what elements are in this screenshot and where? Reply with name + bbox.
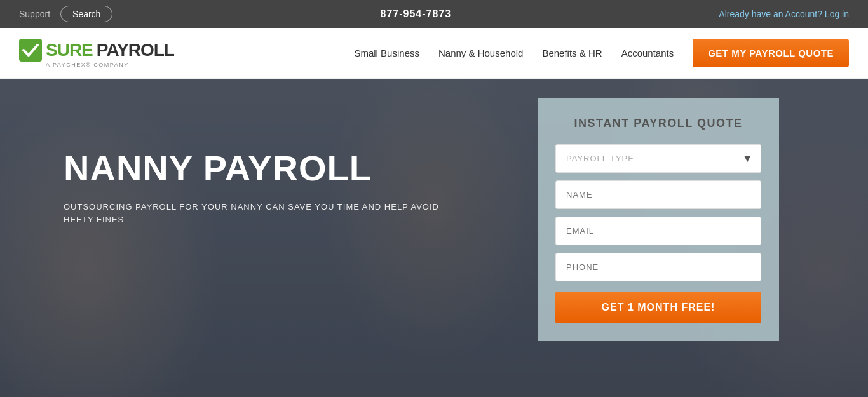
nav-nanny-household[interactable]: Nanny & Household xyxy=(438,48,523,58)
payroll-type-wrapper: PAYROLL TYPE NANNY SMALL BUSINESS HOUSEH… xyxy=(555,144,761,173)
topbar-left: Support Search xyxy=(19,6,112,22)
phone-number: 877-954-7873 xyxy=(381,8,452,20)
logo[interactable]: SUREPAYROLL A PAYCHEX® COMPANY xyxy=(19,39,174,68)
phone-input[interactable] xyxy=(555,253,761,281)
logo-sure: SURE xyxy=(46,40,93,60)
quote-form: PAYROLL TYPE NANNY SMALL BUSINESS HOUSEH… xyxy=(555,144,761,323)
logo-main: SUREPAYROLL xyxy=(19,39,174,62)
nav-links: Small Business Nanny & Household Benefit… xyxy=(354,39,849,67)
nav-benefits-hr[interactable]: Benefits & HR xyxy=(542,48,602,58)
payroll-type-select[interactable]: PAYROLL TYPE NANNY SMALL BUSINESS HOUSEH… xyxy=(555,144,761,173)
quote-form-container: INSTANT PAYROLL QUOTE PAYROLL TYPE NANNY… xyxy=(538,98,779,341)
login-link[interactable]: Already have an Account? Log in xyxy=(719,9,849,19)
quote-form-title: INSTANT PAYROLL QUOTE xyxy=(555,117,761,130)
hero-text: NANNY PAYROLL OUTSOURCING PAYROLL FOR YO… xyxy=(64,130,445,227)
nav-small-business[interactable]: Small Business xyxy=(354,48,419,58)
name-input[interactable] xyxy=(555,180,761,209)
hero-title: NANNY PAYROLL xyxy=(64,149,445,188)
email-input[interactable] xyxy=(555,217,761,245)
support-label: Support xyxy=(19,9,50,19)
logo-subtitle: A PAYCHEX® COMPANY xyxy=(46,62,129,68)
hero-subtitle: OUTSOURCING PAYROLL FOR YOUR NANNY CAN S… xyxy=(64,201,445,227)
nav-accountants[interactable]: Accountants xyxy=(621,48,674,58)
nav-cta-button[interactable]: GET MY PAYROLL QUOTE xyxy=(693,39,849,67)
search-button[interactable]: Search xyxy=(60,6,112,22)
topbar: Support Search 877-954-7873 Already have… xyxy=(0,0,868,28)
navbar: SUREPAYROLL A PAYCHEX® COMPANY Small Bus… xyxy=(0,28,868,79)
hero-section: NANNY PAYROLL OUTSOURCING PAYROLL FOR YO… xyxy=(0,79,868,397)
quote-submit-button[interactable]: GET 1 MONTH FREE! xyxy=(555,292,761,323)
logo-check-icon xyxy=(19,39,42,62)
logo-payroll: PAYROLL xyxy=(97,40,174,60)
